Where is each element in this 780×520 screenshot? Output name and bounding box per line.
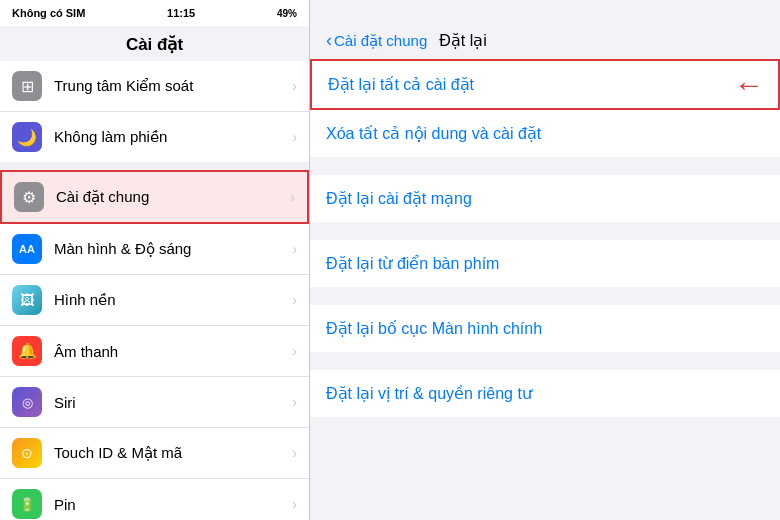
chevron-icon: › [292,129,297,145]
right-section-gap-1 [310,157,780,175]
reset-layout-item[interactable]: Đặt lại bố cục Màn hình chính [310,305,780,352]
reset-keyboard-label: Đặt lại từ điển bàn phím [326,254,499,273]
settings-group-1: ⊞ Trung tâm Kiểm soát › 🌙 Không làm phiề… [0,61,309,162]
chevron-icon: › [292,394,297,410]
settings-group-2: ⚙ Cài đặt chung › AA Màn hình & Độ sáng … [0,170,309,520]
reset-all-item[interactable]: Đặt lại tất cả cài đặt ← [310,59,780,110]
chevron-icon: › [292,496,297,512]
right-nav-title: Đặt lại [439,31,487,50]
left-panel: Không có SIM 11:15 49% Cài đặt ⊞ Trung t… [0,0,310,520]
status-bar: Không có SIM 11:15 49% [0,0,309,26]
chevron-icon: › [292,343,297,359]
right-group-1: Đặt lại tất cả cài đặt ← Xóa tất cả nội … [310,59,780,157]
sidebar-item-wallpaper[interactable]: 🖼 Hình nền › [0,275,309,326]
right-panel: ‹ Cài đặt chung Đặt lại Đặt lại tất cả c… [310,0,780,520]
siri-icon: ◎ [12,387,42,417]
do-not-disturb-label: Không làm phiền [54,128,292,146]
reset-network-label: Đặt lại cài đặt mạng [326,189,472,208]
carrier-label: Không có SIM [12,7,85,19]
sidebar-item-do-not-disturb[interactable]: 🌙 Không làm phiền › [0,112,309,162]
status-right: 49% [277,8,297,19]
reset-all-row[interactable]: Đặt lại tất cả cài đặt [312,61,734,108]
right-section-gap-3 [310,287,780,305]
erase-all-item[interactable]: Xóa tất cả nội dung và cài đặt [310,110,780,157]
sidebar-item-control-center[interactable]: ⊞ Trung tâm Kiểm soát › [0,61,309,112]
do-not-disturb-icon: 🌙 [12,122,42,152]
right-section-gap-2 [310,222,780,240]
touch-id-label: Touch ID & Mật mã [54,444,292,462]
chevron-icon: › [292,78,297,94]
reset-location-label: Đặt lại vị trí & quyền riêng tư [326,384,532,403]
touch-id-icon: ⊙ [12,438,42,468]
left-nav-title: Cài đặt [126,35,183,54]
sounds-label: Âm thanh [54,343,292,360]
right-nav-bar: ‹ Cài đặt chung Đặt lại [310,0,780,59]
back-chevron-icon: ‹ [326,30,332,51]
control-center-icon: ⊞ [12,71,42,101]
reset-location-item[interactable]: Đặt lại vị trí & quyền riêng tư [310,370,780,417]
red-arrow-icon: ← [734,70,764,100]
siri-label: Siri [54,394,292,411]
sidebar-item-touch-id[interactable]: ⊙ Touch ID & Mật mã › [0,428,309,479]
left-nav-bar: Cài đặt [0,26,309,61]
chevron-icon: › [292,241,297,257]
back-button[interactable]: ‹ Cài đặt chung [326,30,427,51]
chevron-icon: › [292,292,297,308]
sidebar-item-display[interactable]: AA Màn hình & Độ sáng › [0,224,309,275]
wallpaper-icon: 🖼 [12,285,42,315]
red-arrow-container: ← [734,70,778,100]
general-label: Cài đặt chung [56,188,290,206]
sounds-icon: 🔔 [12,336,42,366]
sidebar-item-general[interactable]: ⚙ Cài đặt chung › [0,170,309,224]
reset-network-item[interactable]: Đặt lại cài đặt mạng [310,175,780,222]
wallpaper-label: Hình nền [54,291,292,309]
right-group-3: Đặt lại từ điển bàn phím [310,240,780,287]
reset-keyboard-item[interactable]: Đặt lại từ điển bàn phím [310,240,780,287]
sidebar-item-siri[interactable]: ◎ Siri › [0,377,309,428]
right-group-4: Đặt lại bố cục Màn hình chính [310,305,780,352]
erase-all-label: Xóa tất cả nội dung và cài đặt [326,124,541,143]
right-list: Đặt lại tất cả cài đặt ← Xóa tất cả nội … [310,59,780,520]
battery-label: Pin [54,496,292,513]
right-group-5: Đặt lại vị trí & quyền riêng tư [310,370,780,417]
battery-label: 49% [277,8,297,19]
chevron-icon: › [292,445,297,461]
settings-list: ⊞ Trung tâm Kiểm soát › 🌙 Không làm phiề… [0,61,309,520]
sidebar-item-sounds[interactable]: 🔔 Âm thanh › [0,326,309,377]
reset-all-label: Đặt lại tất cả cài đặt [328,75,474,94]
sidebar-item-battery[interactable]: 🔋 Pin › [0,479,309,520]
right-group-2: Đặt lại cài đặt mạng [310,175,780,222]
control-center-label: Trung tâm Kiểm soát [54,77,292,95]
time-label: 11:15 [167,7,195,19]
right-section-gap-4 [310,352,780,370]
chevron-icon: › [290,189,295,205]
back-label: Cài đặt chung [334,32,427,50]
display-label: Màn hình & Độ sáng [54,240,292,258]
general-icon: ⚙ [14,182,44,212]
battery-icon: 🔋 [12,489,42,519]
display-icon: AA [12,234,42,264]
reset-layout-label: Đặt lại bố cục Màn hình chính [326,319,542,338]
section-divider [0,162,309,170]
